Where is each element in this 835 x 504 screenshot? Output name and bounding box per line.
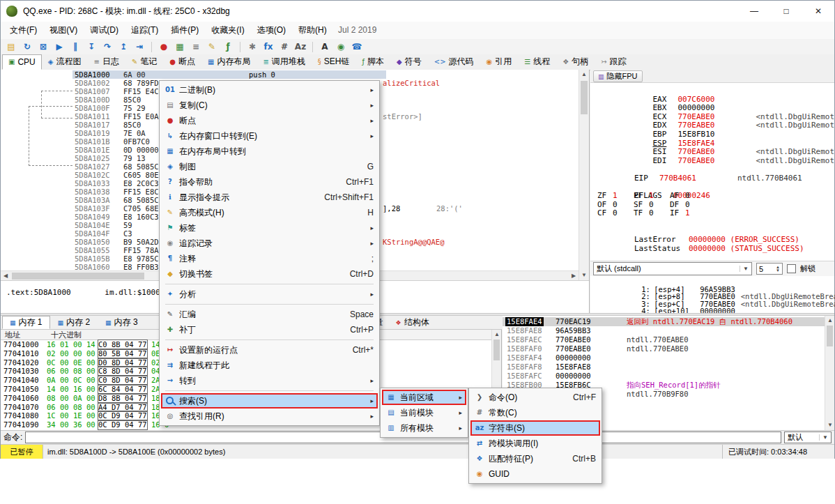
- scroll-down-icon[interactable]: ▼: [579, 270, 589, 280]
- context-menu-item[interactable]: ◆ 切换书签 Ctrl+D: [161, 266, 378, 282]
- context-menu-item[interactable]: 搜索(S): [161, 393, 378, 408]
- menubar-item[interactable]: 追踪(T): [125, 22, 164, 39]
- breakpoints-icon[interactable]: ●: [157, 40, 171, 53]
- menubar-item[interactable]: 收藏夹(I): [205, 22, 250, 39]
- scroll-up-icon[interactable]: ▲: [825, 316, 835, 326]
- stepper-arrows-icon[interactable]: ▲▼: [776, 266, 780, 273]
- view-tab[interactable]: ● 断点: [163, 54, 201, 70]
- submenu-item[interactable]: ◉ GUID: [470, 466, 600, 482]
- registers-view[interactable]: EAX007C6000 EBX00000000 ECX770EABE0<ntdl…: [590, 82, 834, 261]
- submenu-item[interactable]: ▦ 当前区域: [382, 390, 466, 405]
- context-menu-item[interactable]: ¶ 注释 ;: [161, 251, 378, 266]
- scroll-up-icon[interactable]: ▲: [579, 70, 589, 79]
- context-menu-item[interactable]: ↳ 在内存窗口中转到(E): [161, 128, 378, 144]
- eye-icon[interactable]: ◉: [334, 40, 348, 53]
- settings-icon[interactable]: ✱: [245, 40, 259, 53]
- step-out-icon[interactable]: ↥: [116, 40, 130, 53]
- close-icon[interactable]: ⊠: [36, 40, 50, 53]
- view-tab[interactable]: ✎ 笔记: [125, 54, 163, 70]
- context-menu-item[interactable]: 01 二进制(B): [161, 82, 378, 98]
- submenu-item[interactable]: az 字符串(S): [470, 420, 600, 436]
- memory-map-icon[interactable]: ▦: [173, 40, 187, 53]
- stack-row[interactable]: 15E8FAF0 770EABE0 ntdll.770EABE0: [503, 344, 834, 353]
- log-icon[interactable]: ≡: [189, 40, 203, 53]
- run-icon[interactable]: ▶: [52, 40, 66, 53]
- context-menu-item[interactable]: ℹ 显示指令提示 Ctrl+Shift+F1: [161, 190, 378, 205]
- disasm-vertical-scrollbar[interactable]: ▲ ▼: [579, 70, 589, 280]
- pause-icon[interactable]: ‖: [68, 40, 82, 53]
- font-icon[interactable]: A: [318, 40, 332, 53]
- step-into-icon[interactable]: ↧: [84, 40, 98, 53]
- context-menu-item[interactable]: ● 断点: [161, 113, 378, 128]
- menubar-item[interactable]: 插件(P): [164, 22, 205, 39]
- view-tab[interactable]: § SEH链: [312, 54, 356, 70]
- context-menu-item[interactable]: ✎ 高亮模式(H) H: [161, 205, 378, 220]
- context-menu-item[interactable]: ◎ 查找引用(R): [161, 408, 378, 424]
- cpu-flag[interactable]: TF0: [634, 209, 670, 218]
- notes-icon[interactable]: ✎: [205, 40, 219, 53]
- stack-scrollbar[interactable]: ▲ ▼: [825, 316, 834, 430]
- stack-row[interactable]: 15E8FAE4 770EAC19 返回到 ntdll.770EAC19 自 n…: [503, 317, 834, 326]
- restart-icon[interactable]: ↻: [20, 40, 34, 53]
- submenu-item[interactable]: ▤ 当前模块: [382, 405, 466, 420]
- stack-row[interactable]: 15E8FAE8 96A59BB3: [503, 326, 834, 335]
- fx-icon[interactable]: fx: [261, 40, 275, 53]
- scrollbar-thumb[interactable]: [581, 81, 588, 114]
- stack-row[interactable]: 15E8FAF4 00000000: [503, 353, 834, 362]
- scrollbar-thumb[interactable]: [493, 339, 500, 360]
- pound-icon[interactable]: #: [277, 40, 291, 53]
- submenu-item[interactable]: ▥ 所有模块: [382, 420, 466, 436]
- segment-registers-row[interactable]: GS 002BFS 0053: [597, 253, 834, 261]
- open-file-icon[interactable]: ▤: [4, 40, 18, 53]
- view-tab[interactable]: ◈ 流程图: [42, 54, 88, 70]
- maximize-button[interactable]: □: [770, 1, 802, 22]
- context-menu-item[interactable]: → 转到: [161, 373, 378, 388]
- view-tab[interactable]: ☰ 线程: [518, 54, 556, 70]
- menubar-item[interactable]: 视图(V): [43, 22, 84, 39]
- submenu-item[interactable]: ❖ 匹配特征(P) Ctrl+B: [470, 451, 600, 466]
- menubar-item[interactable]: 选项(O): [251, 22, 292, 39]
- context-menu-item[interactable]: ▤ 复制(C): [161, 98, 378, 113]
- minimize-button[interactable]: —: [738, 1, 770, 22]
- submenu-item[interactable]: ⇄ 跨模块调用(I): [470, 436, 600, 451]
- context-menu-item[interactable]: ⚑ 标签: [161, 220, 378, 236]
- dump-tab[interactable]: ▦ 内存 3: [98, 316, 146, 329]
- context-menu-item[interactable]: ? 指令帮助 Ctrl+F1: [161, 174, 378, 190]
- run-to-user-icon[interactable]: ⇥: [132, 40, 146, 53]
- view-tab[interactable]: ▣ CPU: [2, 54, 42, 70]
- menubar-item[interactable]: 帮助(H): [292, 22, 333, 39]
- view-tab[interactable]: ↣ 跟踪: [595, 54, 632, 70]
- scrollbar-thumb[interactable]: [12, 273, 144, 280]
- submenu-item[interactable]: ❯ 命令(O) Ctrl+F: [470, 390, 600, 405]
- unlock-checkbox[interactable]: [787, 264, 796, 273]
- context-menu-item[interactable]: ▦ 在内存布局中转到: [161, 144, 378, 159]
- context-menu-item[interactable]: ↦ 设置新的运行点 Ctrl+*: [161, 342, 378, 358]
- context-menu-item[interactable]: ✚ 补丁 Ctrl+P: [161, 322, 378, 337]
- view-tab[interactable]: ◆ 符号: [390, 54, 428, 70]
- scrollbar-thumb[interactable]: [827, 326, 833, 346]
- menubar-item[interactable]: 文件(F): [3, 22, 43, 39]
- context-menu-item[interactable]: ◉ 追踪记录: [161, 236, 378, 251]
- view-tab[interactable]: ▦ 内存布局: [201, 54, 256, 70]
- context-menu-item[interactable]: ⇉ 新建线程于此: [161, 358, 378, 373]
- cpu-flag[interactable]: CF0: [597, 209, 634, 218]
- submenu-item[interactable]: # 常数(C): [470, 405, 600, 420]
- hide-fpu-button[interactable]: 隐藏FPU: [593, 70, 643, 82]
- scroll-left-icon[interactable]: ◀: [1, 271, 10, 281]
- call-argument-row[interactable]: 1:[esp+4]96A59BB3: [597, 278, 834, 286]
- close-button[interactable]: ✕: [802, 1, 834, 22]
- view-tab[interactable]: ƒ 脚本: [356, 54, 391, 70]
- scroll-down-icon[interactable]: ▼: [825, 420, 835, 430]
- stack-row[interactable]: 15E8FAFC 00000000: [503, 372, 834, 381]
- stack-row[interactable]: 15E8FAF8 15E8FAE8: [503, 362, 834, 372]
- scroll-right-icon[interactable]: ▶: [569, 271, 579, 281]
- menubar-item[interactable]: 调试(D): [84, 22, 125, 39]
- view-tab[interactable]: <> 源代码: [428, 54, 480, 70]
- view-tab[interactable]: ❖ 句柄: [556, 54, 595, 70]
- chevron-down-icon[interactable]: ▼: [819, 434, 828, 441]
- context-menu-item[interactable]: ✦ 分析: [161, 287, 378, 302]
- view-tab[interactable]: ≡ 日志: [88, 54, 125, 70]
- command-type-select[interactable]: 默认 ▼: [784, 432, 832, 443]
- chevron-down-icon[interactable]: ▼: [740, 266, 749, 272]
- scroll-up-icon[interactable]: ▲: [492, 330, 502, 339]
